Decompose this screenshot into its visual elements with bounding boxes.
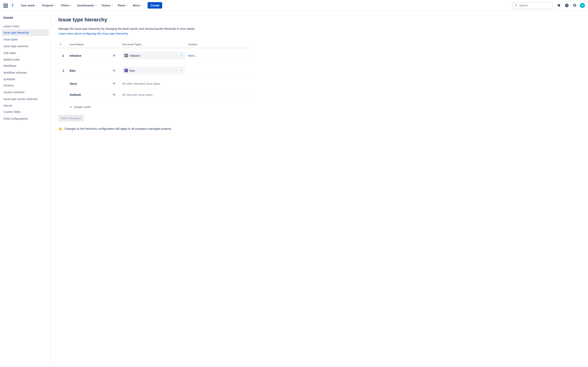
sidebar-item-workflow-schemes[interactable]: Workflow schemes [1, 69, 49, 76]
row-num [58, 89, 68, 100]
nav-more[interactable]: More [131, 2, 145, 8]
svg-text:?: ? [566, 4, 568, 7]
settings-icon[interactable] [572, 3, 577, 8]
nav-dashboards[interactable]: Dashboards [75, 2, 99, 8]
level-name[interactable]: Initiative [68, 48, 111, 63]
page-title: Issue type hierarchy [58, 17, 580, 23]
arrow-left-icon [112, 93, 116, 97]
warning-icon [58, 127, 62, 131]
table-row: 1 Epic Epic [58, 63, 253, 78]
nav-teams[interactable]: Teams [99, 2, 115, 8]
sidebar-heading-issue-types: ISSUE TYPES [1, 23, 49, 29]
nav-label: Dashboards [77, 4, 94, 7]
sidebar-item-issue-types[interactable]: Issue types [1, 36, 49, 43]
row-num [58, 78, 68, 89]
chevron-down-icon [54, 4, 57, 7]
warning-message: Changes to the hierarchy configuration w… [58, 127, 580, 131]
level-name[interactable]: Subtask [68, 89, 111, 100]
hierarchy-table: # Level Name Jira Issue Types Actions 2 … [58, 41, 253, 100]
chevron-down-icon [95, 4, 97, 7]
sidebar-heading-workflows: WORKFLOWS [1, 57, 49, 62]
table-row: 2 Initiative Initiative [58, 48, 253, 63]
chevron-down-icon [70, 4, 73, 7]
sidebar-heading-screens: SCREENS [1, 76, 49, 82]
nav-label: Your work [21, 4, 35, 7]
sidebar-item-screen-schemes[interactable]: Screen schemes [1, 89, 49, 96]
svg-point-4 [126, 55, 127, 56]
main-content: Issue type hierarchy Manage the issue ty… [51, 11, 588, 367]
nav-label: Filters [61, 4, 69, 7]
chevron-down-icon [141, 4, 143, 7]
issue-type-select[interactable]: Epic [122, 67, 185, 74]
page-description: Manage the issue type hierarchy by chang… [58, 27, 580, 30]
arrow-left-icon [112, 68, 116, 72]
svg-point-0 [515, 4, 517, 6]
top-navigation: Your work Projects Filters Dashboards Te… [0, 0, 588, 11]
nav-utility-icons: ? G [556, 3, 585, 8]
sidebar-item-issue-type-hierarchy[interactable]: Issue type hierarchy [1, 29, 49, 36]
jira-logo-icon[interactable] [10, 3, 15, 8]
sidebar-item-workflows[interactable]: Workflows [1, 63, 49, 69]
create-button[interactable]: Create [147, 2, 162, 8]
search-input[interactable] [519, 4, 551, 7]
sidebar-heading-fields: FIELDS [1, 102, 49, 108]
nav-links: Your work Projects Filters Dashboards Te… [19, 2, 145, 8]
search-icon [515, 4, 518, 7]
remove-action[interactable]: Rem… [187, 48, 253, 63]
col-header-num: # [58, 41, 68, 48]
warning-text: Changes to the hierarchy configuration w… [65, 127, 172, 130]
nav-label: Plans [118, 4, 126, 7]
row-action [187, 89, 253, 100]
notifications-icon[interactable] [556, 3, 562, 8]
col-header-actions: Actions [187, 41, 253, 48]
sidebar-item-custom-fields[interactable]: Custom fields [1, 108, 49, 115]
issue-type-static: All sub-task issue types [122, 93, 153, 96]
save-changes-button[interactable]: Save Changes [58, 115, 84, 122]
issue-type-static: All other standard issue types [122, 82, 160, 85]
arrow-left-icon [112, 82, 116, 85]
arrow-left-icon [112, 54, 116, 58]
issue-type-label: Epic [130, 69, 135, 72]
col-header-name: Level Name [68, 41, 111, 48]
chevron-down-icon [180, 69, 183, 72]
nav-projects[interactable]: Projects [40, 2, 59, 8]
search-box[interactable] [512, 2, 553, 9]
nav-label: Teams [101, 4, 110, 7]
level-name[interactable]: Epic [68, 63, 111, 78]
nav-label: Projects [42, 4, 53, 7]
nav-label: More [133, 4, 140, 7]
sidebar-item-screens[interactable]: Screens [1, 82, 49, 89]
chevron-down-icon [180, 54, 183, 57]
plus-icon [69, 105, 72, 108]
chevron-down-icon [35, 4, 38, 7]
issue-type-select[interactable]: Initiative [122, 52, 185, 59]
app-switcher-icon[interactable] [3, 3, 8, 8]
row-num: 1 [58, 63, 68, 78]
sidebar: Issues ISSUE TYPES Issue type hierarchy … [0, 11, 51, 367]
nav-plans[interactable]: Plans [116, 2, 131, 8]
sidebar-item-issue-type-schemes[interactable]: Issue type schemes [1, 43, 49, 50]
row-action [187, 63, 253, 78]
sidebar-item-issue-type-screen-schemes[interactable]: Issue type screen schemes [1, 96, 49, 102]
user-avatar[interactable]: G [580, 3, 585, 8]
sidebar-item-sub-tasks[interactable]: Sub-tasks [1, 50, 49, 56]
nav-filters[interactable]: Filters [59, 2, 75, 8]
chevron-down-icon [126, 4, 129, 7]
col-header-types: Jira Issue Types [121, 41, 187, 48]
sidebar-item-field-configurations[interactable]: Field configurations [1, 115, 49, 122]
create-level-button[interactable]: Create Level [69, 104, 91, 110]
learn-more-link[interactable]: Learn more about configuring the issue t… [58, 32, 128, 35]
svg-line-1 [517, 6, 517, 6]
table-row: Story All other standard issue types [58, 78, 253, 89]
create-level-label: Create Level [74, 105, 90, 108]
chevron-down-icon [111, 4, 113, 7]
level-name[interactable]: Story [68, 78, 111, 89]
initiative-icon [124, 54, 128, 57]
sidebar-title: Issues [1, 15, 49, 23]
nav-your-work[interactable]: Your work [19, 2, 40, 8]
row-action [187, 78, 253, 89]
epic-icon [124, 69, 128, 72]
table-row: Subtask All sub-task issue types [58, 89, 253, 100]
help-icon[interactable]: ? [564, 3, 569, 8]
row-num: 2 [58, 48, 68, 63]
